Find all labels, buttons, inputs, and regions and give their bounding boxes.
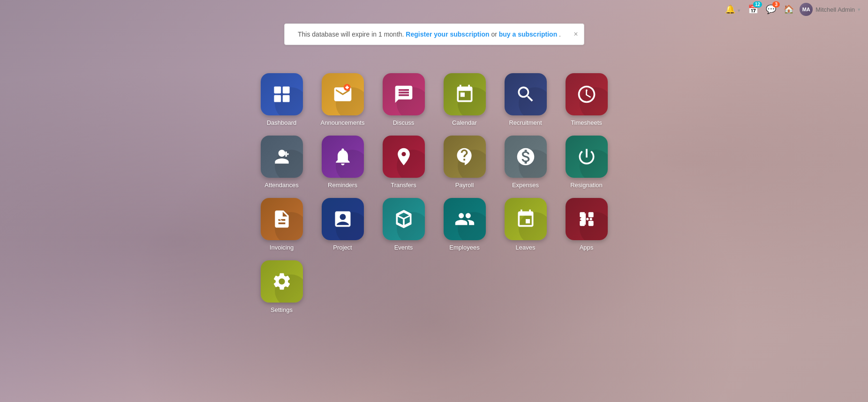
buy-link[interactable]: buy a subscription	[499, 30, 557, 38]
employees-label: Employees	[449, 244, 479, 251]
app-item-settings[interactable]: Settings	[254, 260, 310, 313]
app-item-leaves[interactable]: Leaves	[498, 198, 554, 251]
apps-icon	[566, 198, 608, 240]
svg-rect-9	[580, 221, 585, 226]
app-item-reminders[interactable]: Reminders	[315, 136, 371, 189]
leaves-icon	[505, 198, 547, 240]
payroll-icon	[444, 136, 486, 178]
banner-message: This database will expire in 1 month.	[298, 30, 404, 38]
app-grid: Dashboard Announcements Discuss Calendar	[244, 64, 624, 323]
settings-icon	[261, 260, 303, 303]
app-item-apps[interactable]: Apps	[559, 198, 615, 251]
app-item-resignation[interactable]: Resignation	[559, 136, 615, 189]
dashboard-label: Dashboard	[267, 119, 297, 126]
invoicing-icon: $	[261, 198, 303, 240]
user-menu-arrow: ▾	[858, 7, 860, 13]
resignation-label: Resignation	[570, 182, 603, 189]
calendar-button[interactable]: 📅 12	[746, 2, 760, 16]
calendar-label: Calendar	[452, 119, 477, 126]
user-name: Mitchell Admin	[815, 6, 855, 13]
svg-rect-8	[588, 221, 593, 226]
attendances-label: Attendances	[264, 182, 298, 189]
messages-button[interactable]: 💬 3	[764, 2, 778, 16]
app-item-discuss[interactable]: Discuss	[376, 73, 432, 126]
messages-badge: 3	[772, 1, 780, 8]
expenses-label: Expenses	[512, 182, 539, 189]
reminders-icon	[322, 136, 364, 178]
app-item-payroll[interactable]: Payroll	[437, 136, 493, 189]
banner-suffix: .	[559, 30, 561, 38]
app-item-invoicing[interactable]: $ Invoicing	[254, 198, 310, 251]
app-item-timesheets[interactable]: Timesheets	[559, 73, 615, 126]
leaves-label: Leaves	[516, 244, 536, 251]
svg-rect-6	[580, 212, 585, 217]
avatar: MA	[800, 3, 813, 16]
transfers-label: Transfers	[391, 182, 416, 189]
expenses-icon	[505, 136, 547, 178]
attendances-icon	[261, 136, 303, 178]
project-label: Project	[333, 244, 352, 251]
announcements-label: Announcements	[321, 119, 365, 126]
discuss-icon	[383, 73, 425, 115]
app-item-calendar[interactable]: Calendar	[437, 73, 493, 126]
dashboard-icon	[261, 73, 303, 115]
svg-text:$: $	[279, 217, 282, 223]
payroll-label: Payroll	[455, 182, 474, 189]
recruitment-icon	[505, 73, 547, 115]
app-item-attendances[interactable]: Attendances	[254, 136, 310, 189]
svg-rect-2	[274, 95, 281, 102]
transfers-icon	[383, 136, 425, 178]
app-item-employees[interactable]: Employees	[437, 198, 493, 251]
timesheets-label: Timesheets	[571, 119, 602, 126]
events-label: Events	[394, 244, 413, 251]
discuss-label: Discuss	[393, 119, 415, 126]
topbar-right: 🔔 ▾ 📅 12 💬 3 🏠 MA Mitchell Admin ▾	[723, 2, 860, 16]
invoicing-label: Invoicing	[270, 244, 294, 251]
app-item-project[interactable]: Project	[315, 198, 371, 251]
svg-rect-7	[588, 212, 593, 217]
notification-banner: This database will expire in 1 month. Re…	[284, 23, 584, 45]
topbar: 🔔 ▾ 📅 12 💬 3 🏠 MA Mitchell Admin ▾	[0, 0, 868, 19]
calendar-icon	[444, 73, 486, 115]
banner-close-button[interactable]: ×	[574, 30, 578, 38]
reminders-label: Reminders	[328, 182, 357, 189]
events-icon	[383, 198, 425, 240]
app-item-expenses[interactable]: Expenses	[498, 136, 554, 189]
project-icon	[322, 198, 364, 240]
svg-rect-3	[282, 95, 289, 102]
banner-separator: or	[491, 30, 498, 38]
app-item-transfers[interactable]: Transfers	[376, 136, 432, 189]
announcements-icon	[322, 73, 364, 115]
main-content: Dashboard Announcements Discuss Calendar	[0, 45, 868, 323]
timesheets-icon	[566, 73, 608, 115]
home-button[interactable]: 🏠	[782, 2, 796, 16]
employees-icon	[444, 198, 486, 240]
apps-label: Apps	[580, 244, 594, 251]
svg-rect-0	[274, 87, 281, 94]
settings-label: Settings	[271, 306, 293, 313]
recruitment-label: Recruitment	[509, 119, 542, 126]
app-item-announcements[interactable]: Announcements	[315, 73, 371, 126]
notifications-button[interactable]: 🔔 ▾	[723, 2, 742, 16]
app-item-events[interactable]: Events	[376, 198, 432, 251]
app-item-dashboard[interactable]: Dashboard	[254, 73, 310, 126]
resignation-icon	[566, 136, 608, 178]
app-item-recruitment[interactable]: Recruitment	[498, 73, 554, 126]
register-link[interactable]: Register your subscription	[406, 30, 489, 38]
svg-rect-1	[282, 87, 289, 94]
user-menu[interactable]: MA Mitchell Admin ▾	[800, 3, 860, 16]
calendar-badge: 12	[753, 1, 762, 8]
